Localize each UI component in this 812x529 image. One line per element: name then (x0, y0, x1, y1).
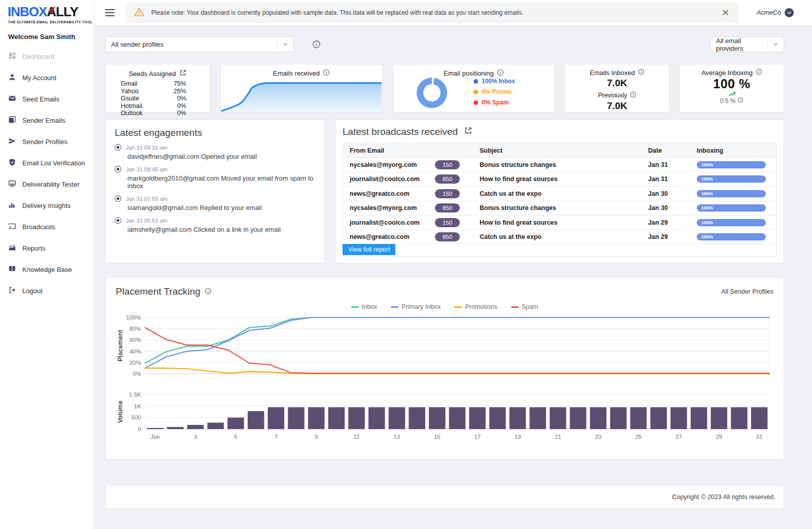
latest-broadcasts-title: Latest broadcasts received (343, 126, 458, 137)
info-icon[interactable] (205, 286, 212, 297)
svg-text:1.5K: 1.5K (129, 392, 141, 398)
sidebar-item-sender-emails[interactable]: Sender Emails (0, 110, 94, 131)
logo-text-inbox: INBOX (8, 4, 47, 19)
svg-text:Placement: Placement (117, 329, 124, 361)
sidebar-item-dashboard[interactable]: Dashboard (0, 46, 94, 67)
sidebar-item-delivery-insights[interactable]: Delivery Insights (0, 195, 94, 216)
legend-dot (473, 100, 478, 105)
account-menu[interactable]: AcmeCo (738, 8, 812, 17)
broadcast-count-badge: 850 (435, 203, 460, 213)
footer: Copyright © 2023 All rights reserved. (105, 485, 784, 509)
emails-received-card: Emails received (220, 64, 383, 113)
svg-text:11: 11 (354, 434, 360, 440)
table-row[interactable]: journalist@coolco.com 850 How to find gr… (343, 172, 776, 187)
placement-tracking-title: Placement Tracking (116, 286, 200, 297)
sidebar-item-sender-profiles[interactable]: Sender Profiles (0, 131, 94, 152)
timeline-bullet-icon (115, 217, 121, 224)
view-full-report-button[interactable]: View full report (343, 244, 395, 255)
positioning-legend: 100% Inbox 0% Promo 0% Spam (473, 78, 515, 106)
seed-value: 0% (177, 102, 186, 110)
legend-item-primary-inbox[interactable]: Primary Inbox (391, 303, 441, 310)
placement-scope-label: All Sender Profiles (721, 288, 773, 295)
seed-value: 0% (177, 95, 186, 102)
svg-text:60%: 60% (129, 337, 141, 343)
sidebar-item-label: Sender Emails (22, 117, 65, 124)
seed-provider: Hotmail (121, 102, 142, 110)
legend-label: Primary Inbox (401, 303, 441, 310)
info-icon[interactable] (323, 69, 330, 78)
broadcast-subject: Catch us at the expo (480, 233, 648, 240)
svg-text:13: 13 (394, 434, 400, 440)
latest-engagements-title: Latest engagements (115, 127, 202, 138)
sidebar-item-email-list-verification[interactable]: Email List Verification (0, 152, 94, 173)
legend-item-spam[interactable]: Spam (511, 303, 538, 310)
engagement-time: Jan 31 06:53 am (126, 218, 167, 224)
welcome-message: Welcome Sam Smith (0, 24, 94, 46)
sidebar-item-knowledge-base[interactable]: Knowledge Base (0, 259, 94, 280)
svg-text:80%: 80% (129, 326, 141, 332)
engagement-time: Jan 31 09:31 am (126, 145, 167, 151)
engagement-time: Jan 31 08:45 am (126, 166, 167, 172)
info-icon[interactable] (312, 40, 321, 49)
sidebar-item-label: Seed Emails (22, 95, 59, 103)
sidebar-item-broadcasts[interactable]: Broadcasts (0, 216, 94, 237)
info-icon[interactable] (630, 91, 636, 99)
close-icon[interactable] (720, 7, 731, 19)
legend-label: 0% Spam (482, 99, 509, 106)
table-row[interactable]: news@greatco.com 850 Catch us at the exp… (343, 230, 776, 245)
timeline-bullet-icon (115, 195, 121, 202)
sender-profiles-select[interactable]: All sender profiles (105, 37, 294, 52)
legend-item-spam: 0% Spam (473, 99, 515, 106)
broadcast-count-badge: 150 (435, 160, 460, 169)
seeds-assigned-title: Seeds Assigned (128, 70, 176, 78)
email-providers-value: All email providers (710, 37, 767, 52)
hamburger-menu-button[interactable] (105, 9, 115, 16)
sidebar-item-my-account[interactable]: My Account (0, 67, 94, 88)
email-providers-select[interactable]: All email providers (710, 37, 784, 52)
legend-label: Spam (522, 303, 538, 310)
broadcast-subject: Bonus structure changes (480, 204, 648, 211)
table-row[interactable]: nycsales@myorg.com 850 Bonus structure c… (343, 201, 776, 216)
legend-dot (473, 90, 478, 94)
inboxing-progress-bar: 100% (697, 161, 766, 168)
info-icon[interactable] (497, 69, 504, 78)
sidebar-item-logout[interactable]: Logout (0, 280, 94, 301)
main-content: All sender profiles All email providers … (94, 26, 812, 529)
external-link-icon[interactable] (464, 126, 472, 137)
account-name: AcmeCo (757, 9, 781, 16)
sidebar-item-reports[interactable]: Reports (0, 237, 94, 259)
svg-text:27: 27 (675, 434, 682, 440)
external-link-icon[interactable] (179, 69, 187, 78)
table-row[interactable]: news@greatco.com 150 Catch us at the exp… (343, 187, 776, 201)
timeline-bullet-icon (115, 166, 121, 172)
sidebar-item-label: Delivery Insights (22, 202, 71, 209)
info-icon[interactable] (756, 68, 762, 77)
sidebar-item-seed-emails[interactable]: Seed Emails (0, 88, 94, 110)
svg-text:15: 15 (434, 434, 441, 440)
broadcasts-table: From Email Subject Date Inboxing nycsale… (343, 144, 776, 257)
user-icon (8, 73, 16, 83)
svg-text:19: 19 (515, 434, 521, 440)
info-icon[interactable] (737, 97, 743, 104)
positioning-donut-chart (417, 78, 447, 108)
inboxing-progress-bar: 100% (697, 175, 766, 183)
engagement-item: Jan 31 06:53 am iamshelly@gmail.com Clic… (115, 217, 315, 233)
broadcast-subject: Bonus structure changes (480, 161, 648, 168)
broadcast-count-badge: 850 (435, 174, 460, 184)
engagement-text: markgoldberg2010@gmail.com Moved your em… (127, 174, 315, 190)
latest-engagements-card: Latest engagements Jan 31 09:31 am david… (105, 119, 325, 263)
legend-item-inbox: 100% Inbox (473, 78, 515, 85)
broadcast-subject: How to find great sources (480, 175, 648, 183)
legend-item-promotions[interactable]: Promotions (454, 303, 497, 310)
dashboard-icon (8, 52, 16, 61)
engagement-item: Jan 31 08:45 am markgoldberg2010@gmail.c… (115, 166, 315, 190)
info-icon[interactable] (638, 68, 645, 77)
copy-icon (8, 116, 16, 125)
table-row[interactable]: journalist@coolco.com 150 How to find gr… (343, 216, 776, 230)
legend-item-inbox[interactable]: Inbox (351, 303, 378, 310)
svg-text:0: 0 (138, 426, 141, 432)
svg-text:31: 31 (756, 434, 763, 440)
table-row[interactable]: nycsales@myorg.com 150 Bonus structure c… (343, 158, 776, 172)
sidebar-item-deliverability-tester[interactable]: Deliverability Tester (0, 173, 94, 195)
legend-dash (391, 306, 398, 308)
